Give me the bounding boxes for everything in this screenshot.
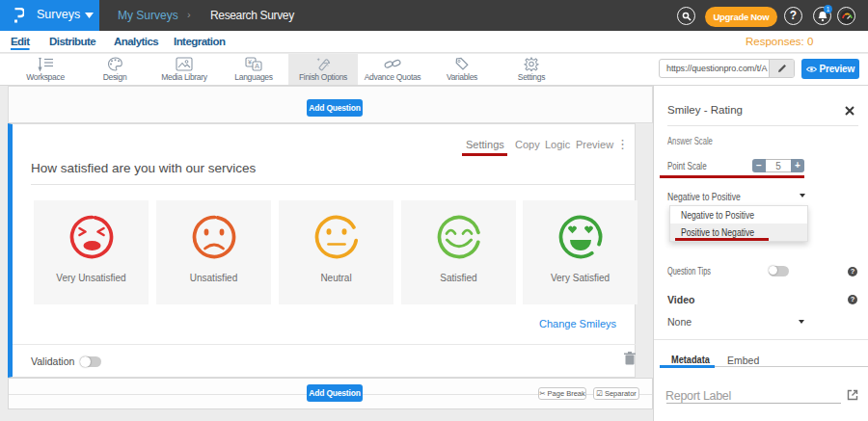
svg-text:¥: ¥ bbox=[248, 59, 252, 66]
svg-text:A: A bbox=[255, 62, 259, 70]
